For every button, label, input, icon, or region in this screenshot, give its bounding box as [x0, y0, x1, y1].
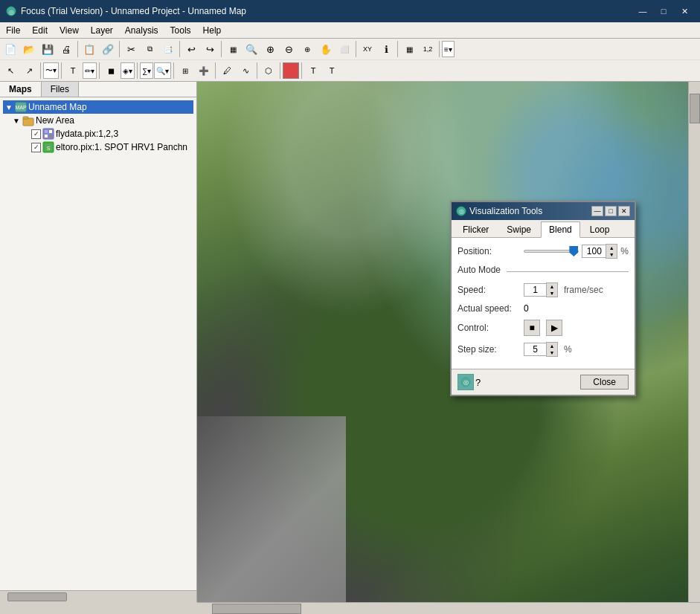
- check-fly[interactable]: [31, 129, 41, 139]
- position-input[interactable]: [582, 245, 606, 258]
- menu-tools[interactable]: Tools: [164, 22, 197, 39]
- hscroll-thumb[interactable]: [212, 604, 301, 614]
- undo-button[interactable]: ↩: [182, 40, 200, 58]
- step-size-spin-up[interactable]: ▲: [547, 343, 557, 349]
- copy-button[interactable]: 📋: [80, 40, 98, 58]
- play-button[interactable]: ▶: [546, 320, 562, 336]
- arrow-tool[interactable]: ↗: [20, 62, 38, 80]
- num-button[interactable]: 1,2: [419, 40, 437, 58]
- svg-text:◎: ◎: [9, 9, 14, 16]
- viz-dropdown[interactable]: ≡▾: [442, 41, 455, 57]
- expand-map[interactable]: ▼: [4, 103, 13, 112]
- viz-icon: ◎: [456, 206, 466, 216]
- grid-button[interactable]: ▦: [224, 40, 242, 58]
- menu-layer[interactable]: Layer: [85, 22, 119, 39]
- viz-minimize[interactable]: —: [591, 206, 603, 216]
- copy2-button[interactable]: ⧉: [141, 40, 158, 58]
- speed-input[interactable]: [524, 283, 546, 297]
- svg-rect-10: [49, 135, 52, 138]
- menu-help[interactable]: Help: [197, 22, 228, 39]
- menu-view[interactable]: View: [54, 22, 85, 39]
- step-size-input[interactable]: [524, 343, 546, 356]
- text-tool[interactable]: T: [64, 62, 82, 80]
- menu-file[interactable]: File: [0, 22, 26, 39]
- xy-button[interactable]: XY: [359, 40, 376, 58]
- grid-tool[interactable]: ⊞: [176, 62, 194, 80]
- plus-tool[interactable]: ➕: [195, 62, 213, 80]
- vscroll-thumb[interactable]: [690, 94, 700, 123]
- select-button[interactable]: ⬜: [335, 40, 353, 58]
- check-eltoro[interactable]: [31, 143, 41, 152]
- tree-node-fly[interactable]: ▶ flydata.pix:1,2,3: [3, 127, 193, 140]
- sep13: [215, 62, 216, 79]
- help-question[interactable]: ?: [475, 377, 481, 388]
- zoom-button[interactable]: ⊕: [298, 40, 316, 58]
- pencil-tool[interactable]: 🖊: [218, 62, 236, 80]
- open-button[interactable]: 📂: [20, 40, 38, 58]
- polygon-tool[interactable]: ⬡: [260, 62, 277, 80]
- fill-tool[interactable]: ◼: [102, 62, 120, 80]
- info-button[interactable]: ℹ: [377, 40, 395, 58]
- save-button[interactable]: 💾: [39, 40, 57, 58]
- viz-footer: ◎ ? Close: [452, 369, 635, 395]
- cut-button[interactable]: ✂: [122, 40, 140, 58]
- close-button[interactable]: ✕: [675, 4, 694, 19]
- label-tool[interactable]: T: [304, 62, 322, 80]
- map-area[interactable]: ◎ Visualization Tools — □ ✕ Flicker Swip…: [197, 82, 700, 602]
- tab-files[interactable]: Files: [42, 82, 79, 97]
- svg-rect-9: [45, 135, 48, 138]
- tab-swipe[interactable]: Swipe: [498, 222, 539, 237]
- viz-title-content: ◎ Visualization Tools: [456, 206, 542, 216]
- map-horizontal-scrollbar[interactable]: [197, 602, 700, 614]
- zoomin-button[interactable]: ⊕: [261, 40, 279, 58]
- maximize-button[interactable]: □: [654, 4, 673, 19]
- viz-restore[interactable]: □: [605, 206, 617, 216]
- redo-button[interactable]: ↪: [201, 40, 219, 58]
- speed-row: Speed: ▲ ▼ frame/sec: [457, 282, 629, 297]
- new-button[interactable]: 📄: [1, 40, 19, 58]
- tree-node-eltoro[interactable]: ▶ S eltoro.pix:1. SPOT HRV1 Panchn: [3, 140, 193, 154]
- position-spin-down[interactable]: ▼: [606, 251, 617, 258]
- label2-tool[interactable]: T: [323, 62, 341, 80]
- link-button[interactable]: 🔗: [99, 40, 117, 58]
- tab-loop[interactable]: Loop: [582, 222, 618, 237]
- line-tool[interactable]: 〜▾: [43, 62, 59, 79]
- color-btn[interactable]: [283, 62, 299, 79]
- left-panel: Maps Files ▼ MAP Unnamed Map ▼ New Area: [0, 82, 197, 602]
- viz-close-x[interactable]: ✕: [618, 206, 630, 216]
- minimize-button[interactable]: —: [633, 4, 652, 19]
- pan-button[interactable]: ✋: [317, 40, 335, 58]
- tree-node-area[interactable]: ▼ New Area: [3, 114, 193, 127]
- menu-edit[interactable]: Edit: [26, 22, 54, 39]
- position-spin-up[interactable]: ▲: [606, 245, 617, 251]
- draw-tool[interactable]: ✏▾: [83, 62, 97, 79]
- expand-area[interactable]: ▼: [12, 116, 21, 125]
- speed-spin-down[interactable]: ▼: [547, 290, 557, 297]
- close-button-viz[interactable]: Close: [580, 375, 629, 390]
- overview-button[interactable]: 🔍: [243, 40, 260, 58]
- zoomout-button[interactable]: ⊖: [280, 40, 298, 58]
- measure-tool[interactable]: ∑▾: [140, 62, 153, 79]
- curve-tool[interactable]: ∿: [237, 62, 254, 80]
- sep11: [137, 62, 138, 79]
- svg-text:◎: ◎: [459, 208, 464, 215]
- tab-maps[interactable]: Maps: [0, 82, 42, 97]
- menu-analysis[interactable]: Analysis: [119, 22, 164, 39]
- stop-button[interactable]: ■: [524, 320, 540, 336]
- panel-scrollbar-thumb[interactable]: [7, 592, 67, 601]
- tab-blend[interactable]: Blend: [541, 222, 580, 238]
- zoom-tool2[interactable]: 🔍▾: [154, 62, 171, 79]
- paste-button[interactable]: 📑: [159, 40, 177, 58]
- map-vertical-scrollbar[interactable]: [688, 82, 700, 602]
- tab-flicker[interactable]: Flicker: [455, 222, 497, 237]
- select-tool[interactable]: ↖: [1, 62, 19, 80]
- tree-node-map[interactable]: ▼ MAP Unnamed Map: [3, 100, 193, 114]
- speed-spin-up[interactable]: ▲: [547, 283, 557, 290]
- step-size-spin-down[interactable]: ▼: [547, 349, 557, 356]
- shape-tool[interactable]: ◈▾: [121, 62, 135, 79]
- panel-scrollbar[interactable]: [0, 590, 196, 602]
- table-button[interactable]: ▦: [400, 40, 418, 58]
- print-button[interactable]: 🖨: [57, 40, 75, 58]
- position-slider-track[interactable]: [524, 250, 579, 253]
- position-slider-thumb[interactable]: [569, 246, 578, 256]
